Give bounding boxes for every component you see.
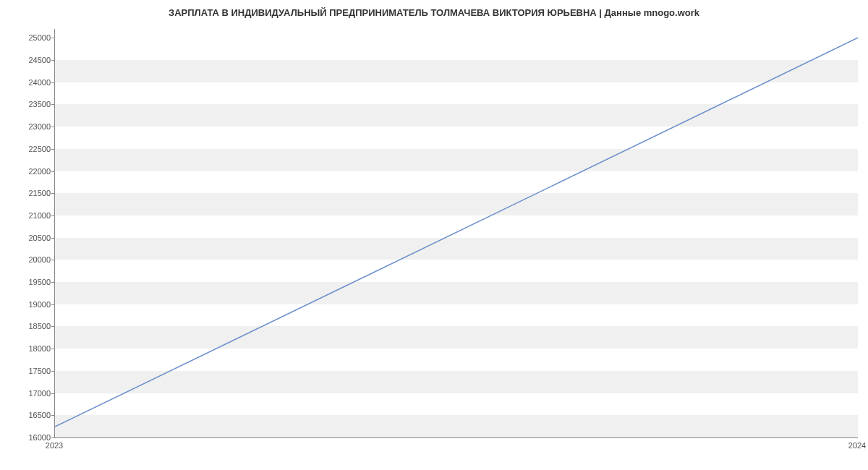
y-tick-label: 17000 [7,389,51,398]
y-tick-mark [51,60,54,61]
y-tick-mark [51,304,54,305]
y-tick-mark [51,193,54,194]
y-tick-label: 23000 [7,122,51,131]
y-tick-mark [51,393,54,394]
y-tick-mark [51,238,54,239]
y-tick-mark [51,149,54,150]
y-tick-mark [51,371,54,372]
y-tick-mark [51,171,54,172]
y-tick-mark [51,215,54,216]
y-tick-label: 19500 [7,278,51,286]
chart-title: ЗАРПЛАТА В ИНДИВИДУАЛЬНЫЙ ПРЕДПРИНИМАТЕЛ… [0,7,868,18]
y-tick-label: 25000 [7,33,51,42]
y-tick-mark [51,437,54,438]
y-tick-mark [51,349,54,349]
y-tick-mark [51,38,54,38]
y-tick-label: 18000 [7,344,51,353]
y-tick-label: 19000 [7,300,51,309]
y-tick-label: 22500 [7,145,51,153]
chart-container: ЗАРПЛАТА В ИНДИВИДУАЛЬНЫЙ ПРЕДПРИНИМАТЕЛ… [0,0,868,470]
x-tick-label: 2023 [46,441,63,450]
y-tick-label: 17500 [7,367,51,375]
y-tick-label: 16000 [7,433,51,442]
plot-area [54,29,858,438]
y-tick-label: 20500 [7,234,51,242]
y-tick-mark [51,82,54,83]
y-tick-mark [51,282,54,283]
y-tick-label: 21000 [7,211,51,220]
y-tick-mark [51,415,54,416]
y-tick-label: 23500 [7,100,51,108]
x-tick-label: 2024 [848,441,866,450]
y-tick-label: 24000 [7,78,51,87]
y-tick-mark [51,326,54,327]
y-tick-label: 24500 [7,56,51,64]
y-tick-label: 20000 [7,255,51,264]
y-tick-mark [51,104,54,105]
y-tick-label: 21500 [7,189,51,197]
series-line [55,38,858,427]
y-tick-mark [51,260,54,260]
y-tick-label: 16500 [7,411,51,419]
y-tick-label: 18500 [7,322,51,330]
y-tick-mark [51,127,54,127]
line-layer [55,29,858,437]
y-tick-label: 22000 [7,167,51,176]
